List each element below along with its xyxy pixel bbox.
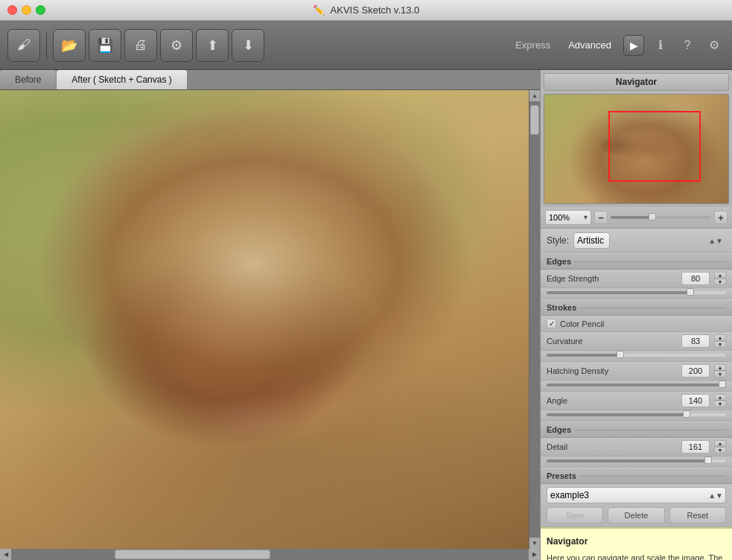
edges-section-2-header: Edges <box>541 421 732 438</box>
hatching-density-slider[interactable] <box>547 384 726 386</box>
hatching-density-up[interactable]: ▲ <box>714 364 726 371</box>
scroll-down-arrow[interactable]: ▼ <box>529 538 541 549</box>
hatching-density-stepper[interactable]: ▲ ▼ <box>714 364 726 378</box>
navigator-section: Navigator <box>541 70 732 207</box>
angle-stepper[interactable]: ▲ ▼ <box>714 394 726 407</box>
info-button[interactable]: ℹ <box>650 35 671 56</box>
zoom-controls: 100% 50% 200% ▼ − + <box>541 207 732 229</box>
express-mode-button[interactable]: Express <box>509 36 556 54</box>
close-button[interactable] <box>7 5 17 15</box>
angle-down[interactable]: ▼ <box>714 401 726 407</box>
angle-thumb[interactable] <box>683 410 690 418</box>
detail-down[interactable]: ▼ <box>714 447 726 454</box>
curvature-down[interactable]: ▼ <box>714 341 726 348</box>
canvas-tabs: Before After ( Sketch + Canvas ) <box>0 70 540 90</box>
detail-row: Detail 161 ▲ ▼ <box>541 438 732 456</box>
angle-value: 140 <box>681 394 710 407</box>
vertical-scrollbar[interactable]: ▲ ▼ <box>529 90 540 549</box>
strokes-divider <box>579 308 726 308</box>
scroll-right-arrow[interactable]: ▶ <box>529 549 540 560</box>
curvature-label: Curvature <box>547 337 677 346</box>
curvature-thumb[interactable] <box>617 351 624 358</box>
portrait-image <box>0 90 529 549</box>
scroll-thumb[interactable] <box>530 105 539 135</box>
edge-strength-up[interactable]: ▲ <box>714 272 726 279</box>
detail-up[interactable]: ▲ <box>714 440 726 447</box>
angle-row: Angle 140 ▲ ▼ <box>541 392 732 410</box>
open-file-button[interactable]: 📂 <box>53 29 86 62</box>
canvas-area: Before After ( Sketch + Canvas ) ▲ ▼ ◀ ▶ <box>0 70 540 560</box>
zoom-slider-thumb[interactable] <box>649 213 656 220</box>
play-button[interactable]: ▶ <box>623 35 644 56</box>
hscroll-track[interactable] <box>11 549 529 560</box>
delete-preset-button[interactable]: Delete <box>608 507 664 524</box>
curvature-slider[interactable] <box>547 354 726 357</box>
angle-label: Angle <box>547 396 677 405</box>
strokes-label: Strokes <box>547 303 576 312</box>
edge-strength-thumb[interactable] <box>687 288 694 296</box>
hatching-density-down[interactable]: ▼ <box>714 371 726 378</box>
detail-stepper[interactable]: ▲ ▼ <box>714 440 726 454</box>
hscroll-thumb[interactable] <box>115 550 270 559</box>
style-row: Style: Artistic Classic Pastel ▲▼ <box>541 229 732 253</box>
detail-slider[interactable] <box>547 459 726 462</box>
advanced-mode-button[interactable]: Advanced <box>562 36 617 54</box>
zoom-slider[interactable] <box>611 216 711 219</box>
angle-slider-row <box>541 410 732 421</box>
edge-strength-stepper[interactable]: ▲ ▼ <box>714 272 726 285</box>
preferences-button[interactable]: ⚙ <box>704 35 725 56</box>
save-preset-button[interactable]: Save <box>547 507 603 524</box>
edges-divider-1 <box>574 261 726 262</box>
navigator-frame[interactable] <box>608 111 701 182</box>
angle-up[interactable]: ▲ <box>714 394 726 401</box>
presets-section-header: Presets <box>541 468 732 484</box>
help-text: Here you can navigate and scale the imag… <box>547 552 726 560</box>
strokes-section-header: Strokes <box>541 299 732 316</box>
color-pencil-row: ✓ Color Pencil <box>541 316 732 332</box>
reset-preset-button[interactable]: Reset <box>669 507 726 524</box>
scroll-track[interactable] <box>529 101 540 538</box>
color-pencil-checkbox[interactable]: ✓ <box>547 319 556 328</box>
canvas-content: ▲ ▼ <box>0 90 540 549</box>
edges-label-1: Edges <box>547 257 571 266</box>
before-tab[interactable]: Before <box>0 70 57 89</box>
minimize-button[interactable] <box>22 5 31 15</box>
style-select[interactable]: Artistic Classic Pastel <box>573 232 610 249</box>
presets-divider <box>579 476 726 477</box>
save-file-button[interactable]: 💾 <box>89 29 121 62</box>
titlebar: ✏️ AKVIS Sketch v.13.0 <box>0 0 732 21</box>
help-button[interactable]: ? <box>677 35 698 56</box>
detail-label: Detail <box>547 442 677 451</box>
export-before-button[interactable]: ⬆ <box>196 29 229 62</box>
print-button[interactable]: 🖨 <box>124 29 157 62</box>
hatching-density-thumb[interactable] <box>719 381 726 388</box>
edge-strength-slider[interactable] <box>547 291 726 294</box>
maximize-button[interactable] <box>36 5 45 15</box>
edges-divider-2 <box>574 430 726 430</box>
navigator-thumbnail[interactable] <box>544 94 729 204</box>
hatching-density-slider-row <box>541 381 732 392</box>
presets-select[interactable]: example3 example1 example2 <box>547 487 726 503</box>
presets-select-wrapper: example3 example1 example2 ▲▼ <box>547 487 726 503</box>
settings-button[interactable]: ⚙ <box>160 29 193 62</box>
brush-tool-button[interactable]: 🖌 <box>7 29 40 62</box>
toolbar: 🖌 📂 💾 🖨 ⚙ ⬆ ⬇ Express Advanced ▶ ℹ ? ⚙ <box>0 21 732 70</box>
hatching-density-label: Hatching Density <box>547 366 677 375</box>
scroll-up-arrow[interactable]: ▲ <box>529 90 541 101</box>
traffic-lights <box>7 5 45 15</box>
image-display[interactable] <box>0 90 529 549</box>
export-after-button[interactable]: ⬇ <box>232 29 264 62</box>
angle-slider[interactable] <box>547 413 726 416</box>
scroll-left-arrow[interactable]: ◀ <box>0 549 11 560</box>
app-icon: ✏️ <box>313 4 325 16</box>
zoom-select[interactable]: 100% 50% 200% <box>545 210 591 225</box>
toolbar-right: Express Advanced ▶ ℹ ? ⚙ <box>509 35 725 56</box>
zoom-in-button[interactable]: + <box>714 211 728 224</box>
zoom-out-button[interactable]: − <box>594 211 608 224</box>
edge-strength-down[interactable]: ▼ <box>714 279 726 285</box>
curvature-up[interactable]: ▲ <box>714 334 726 341</box>
curvature-row: Curvature 83 ▲ ▼ <box>541 332 732 351</box>
after-tab[interactable]: After ( Sketch + Canvas ) <box>57 70 187 89</box>
detail-thumb[interactable] <box>704 456 712 464</box>
curvature-stepper[interactable]: ▲ ▼ <box>714 334 726 348</box>
